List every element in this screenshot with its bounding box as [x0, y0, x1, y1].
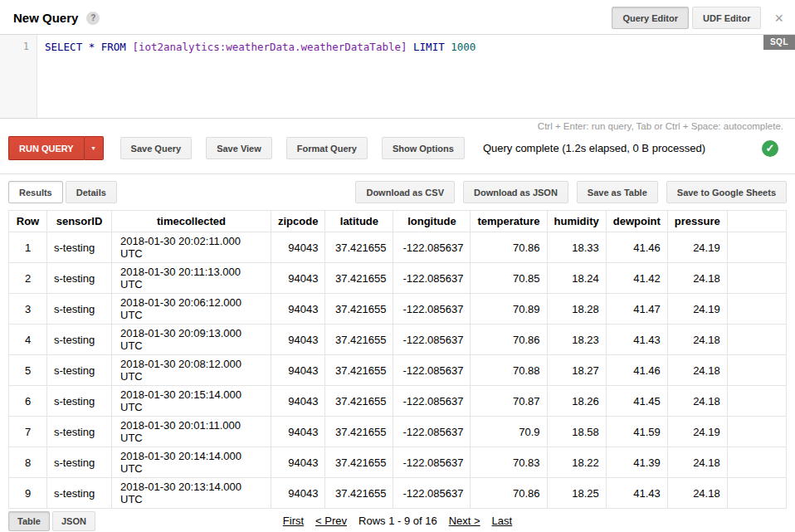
table-cell: 37.421655	[325, 232, 393, 263]
table-cell: 37.421655	[325, 294, 393, 325]
table-cell-filler	[727, 325, 786, 355]
tab-details[interactable]: Details	[66, 181, 117, 203]
table-cell: 37.421655	[325, 417, 393, 447]
table-cell: 24.18	[667, 263, 727, 294]
table-row: 6s-testing2018-01-30 20:15:14.000 UTC940…	[9, 386, 787, 417]
query-editor-button[interactable]: Query Editor	[612, 7, 689, 29]
table-cell-filler	[727, 386, 786, 417]
query-status-text: Query complete (1.2s elapsed, 0 B proces…	[483, 142, 705, 154]
table-cell: 70.88	[471, 355, 547, 386]
table-cell: 2018-01-30 20:09:13.000 UTC	[112, 325, 271, 355]
table-cell: -122.085637	[393, 325, 471, 355]
bigquery-query-page: New Query ? Query Editor UDF Editor × 1 …	[0, 0, 795, 532]
table-cell: s-testing	[47, 294, 112, 325]
table-cell: 9	[9, 478, 47, 509]
table-cell: 6	[9, 386, 47, 417]
table-cell: 41.46	[606, 232, 667, 263]
help-icon[interactable]: ?	[86, 12, 100, 25]
table-cell: 37.421655	[325, 478, 393, 509]
results-table: RowsensorIDtimecollectedzipcodelatitudel…	[8, 210, 787, 509]
pagination-rows-info: Rows 1 - 9 of 16	[358, 515, 437, 527]
table-cell: 24.18	[667, 355, 727, 386]
table-cell: -122.085637	[393, 447, 471, 478]
table-cell: s-testing	[47, 232, 112, 263]
table-cell: 2018-01-30 20:06:12.000 UTC	[112, 294, 271, 325]
table-cell: 70.9	[471, 417, 547, 447]
json-view-button[interactable]: JSON	[52, 511, 95, 531]
sql-star-operator: *	[89, 41, 95, 53]
table-row: 9s-testing2018-01-30 20:13:14.000 UTC940…	[9, 478, 787, 509]
chevron-down-icon: ▾	[92, 144, 95, 152]
table-cell: 94043	[271, 355, 325, 386]
table-cell-filler	[727, 478, 786, 509]
pagination-next-link[interactable]: Next >	[449, 515, 480, 527]
pagination-prev-link[interactable]: < Prev	[315, 515, 347, 527]
table-cell: 5	[9, 355, 47, 386]
run-query-dropdown[interactable]: ▾	[84, 136, 104, 160]
table-cell: 2018-01-30 20:13:14.000 UTC	[112, 478, 271, 509]
query-toolbar: RUN QUERY ▾ Save Query Save View Format …	[0, 131, 795, 167]
table-cell: 37.421655	[325, 325, 393, 355]
table-cell: 70.87	[471, 386, 547, 417]
table-cell: s-testing	[47, 386, 112, 417]
table-cell: 18.27	[547, 355, 606, 386]
udf-editor-button[interactable]: UDF Editor	[692, 7, 761, 29]
save-to-google-sheets-button[interactable]: Save to Google Sheets	[666, 181, 787, 203]
sql-table-reference: [iot2analytics:weatherData.weatherDataTa…	[132, 41, 407, 53]
table-cell: 8	[9, 447, 47, 478]
results-tabs: Results Details	[8, 181, 117, 203]
table-row: 8s-testing2018-01-30 20:14:14.000 UTC940…	[9, 447, 787, 478]
table-cell: s-testing	[47, 478, 112, 509]
table-cell: 24.18	[667, 325, 727, 355]
sql-keyword-limit: LIMIT	[413, 41, 445, 53]
column-header-humidity: humidity	[547, 211, 606, 232]
show-options-button[interactable]: Show Options	[382, 137, 465, 159]
table-cell: 18.22	[547, 447, 606, 478]
table-cell: -122.085637	[393, 417, 471, 447]
table-cell: -122.085637	[393, 386, 471, 417]
pagination-first-link[interactable]: First	[283, 515, 304, 527]
column-header-latitude: latitude	[325, 211, 393, 232]
table-cell: 2018-01-30 20:11:13.000 UTC	[112, 263, 271, 294]
download-as-csv-button[interactable]: Download as CSV	[355, 181, 455, 203]
table-cell: 2018-01-30 20:02:11.000 UTC	[112, 232, 271, 263]
table-cell: 18.28	[547, 294, 606, 325]
format-query-button[interactable]: Format Query	[286, 137, 368, 159]
table-cell: -122.085637	[393, 294, 471, 325]
save-as-table-button[interactable]: Save as Table	[577, 181, 658, 203]
save-query-button[interactable]: Save Query	[120, 137, 193, 159]
sql-limit-value: 1000	[451, 41, 476, 53]
table-row: 2s-testing2018-01-30 20:11:13.000 UTC940…	[9, 263, 787, 294]
table-cell-filler	[727, 355, 786, 386]
table-cell-filler	[727, 417, 786, 447]
table-cell: 4	[9, 325, 47, 355]
results-bar: Results Details Download as CSV Download…	[0, 174, 795, 210]
table-cell: s-testing	[47, 263, 112, 294]
table-view-button[interactable]: Table	[8, 511, 50, 531]
table-cell: 41.47	[606, 294, 667, 325]
topbar: New Query ? Query Editor UDF Editor ×	[0, 0, 795, 34]
table-row: 4s-testing2018-01-30 20:09:13.000 UTC940…	[9, 325, 787, 355]
results-table-wrap: RowsensorIDtimecollectedzipcodelatitudel…	[0, 210, 795, 509]
table-cell: 2	[9, 263, 47, 294]
table-cell: -122.085637	[393, 263, 471, 294]
line-number: 1	[23, 41, 29, 52]
column-header-longitude: longitude	[393, 211, 471, 232]
table-cell: 3	[9, 294, 47, 325]
download-as-json-button[interactable]: Download as JSON	[463, 181, 568, 203]
column-header-pressure: pressure	[667, 211, 727, 232]
table-cell: 94043	[271, 232, 325, 263]
table-cell: 24.19	[667, 232, 727, 263]
pagination-last-link[interactable]: Last	[492, 515, 513, 527]
column-header-timecollected: timecollected	[112, 211, 271, 232]
save-view-button[interactable]: Save View	[206, 137, 272, 159]
run-query-button[interactable]: RUN QUERY	[8, 136, 84, 160]
table-cell: -122.085637	[393, 232, 471, 263]
close-icon[interactable]: ×	[774, 11, 783, 26]
table-cell: 41.39	[606, 447, 667, 478]
sql-code-input[interactable]: SELECT * FROM [iot2analytics:weatherData…	[37, 35, 795, 118]
table-cell: 94043	[271, 447, 325, 478]
tab-results[interactable]: Results	[8, 181, 63, 203]
column-header-zipcode: zipcode	[271, 211, 325, 232]
column-header-filler	[727, 211, 786, 232]
